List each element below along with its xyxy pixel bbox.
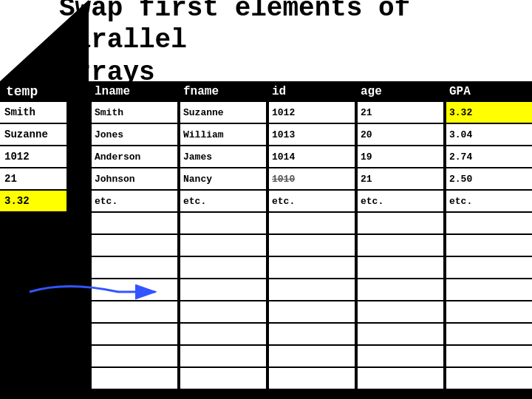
array-header-id: id (269, 81, 355, 102)
array-cell-age-11 (358, 346, 443, 366)
array-cell-age-1: 20 (358, 124, 443, 145)
array-cell-lname-4: etc. (92, 191, 177, 211)
array-cell-gpa-0: 3.32 (446, 102, 532, 123)
array-cell-fname-1: William (180, 124, 266, 145)
array-cell-gpa-6 (446, 235, 532, 256)
page-title: Swap first elements of parallel arrays (59, 0, 532, 89)
array-cell-fname-7 (180, 257, 266, 278)
array-cell-gpa-12 (446, 368, 532, 389)
array-cell-fname-8 (180, 279, 266, 300)
array-cell-fname-10 (180, 324, 266, 344)
array-cell-gpa-1: 3.04 (446, 124, 532, 145)
array-cell-fname-9 (180, 301, 266, 322)
array-col-id: id1012101310141010etc. (269, 81, 355, 399)
array-header-fname: fname (180, 81, 266, 102)
array-cell-fname-12 (180, 368, 266, 389)
array-col-lname: lnameSmithJonesAndersonJohnsonetc. (92, 81, 177, 399)
main-content: temp Smith Suzanne 1012 21 3.32 lnameSmi… (0, 81, 532, 399)
array-cell-id-2: 1014 (269, 146, 355, 167)
array-cell-id-6 (269, 235, 355, 256)
array-cell-id-12 (269, 368, 355, 389)
array-header-age: age (358, 81, 443, 102)
blue-arrow (22, 277, 170, 310)
temp-value-21: 21 (0, 168, 66, 189)
array-cell-id-10 (269, 324, 355, 344)
array-cell-id-3: 1010 (269, 168, 355, 189)
array-cell-fname-4: etc. (180, 191, 266, 211)
array-cell-age-0: 21 (358, 102, 443, 123)
array-cell-lname-6 (92, 235, 177, 256)
array-cell-lname-3: Johnson (92, 168, 177, 189)
array-col-fname: fnameSuzanneWilliamJamesNancyetc. (180, 81, 266, 399)
array-cell-age-8 (358, 279, 443, 300)
array-cell-id-5 (269, 213, 355, 233)
arrays-section: lnameSmithJonesAndersonJohnsonetc.fnameS… (89, 81, 532, 399)
array-cell-fname-11 (180, 346, 266, 366)
array-cell-age-6 (358, 235, 443, 256)
array-cell-id-8 (269, 279, 355, 300)
array-cell-gpa-10 (446, 324, 532, 344)
array-cell-lname-11 (92, 346, 177, 366)
array-cell-gpa-9 (446, 301, 532, 322)
array-cell-age-2: 19 (358, 146, 443, 167)
array-cell-gpa-11 (446, 346, 532, 366)
array-cell-gpa-7 (446, 257, 532, 278)
temp-column: temp Smith Suzanne 1012 21 3.32 (0, 81, 89, 399)
temp-value-suzanne: Suzanne (0, 124, 66, 145)
array-cell-age-12 (358, 368, 443, 389)
array-header-gpa: GPA (446, 81, 532, 102)
array-cell-age-10 (358, 324, 443, 344)
temp-value-gpa: 3.32 (0, 191, 66, 211)
array-cell-gpa-2: 2.74 (446, 146, 532, 167)
array-cell-id-7 (269, 257, 355, 278)
array-cell-id-9 (269, 301, 355, 322)
array-col-age: age21201921etc. (358, 81, 443, 399)
array-cell-age-7 (358, 257, 443, 278)
array-cell-fname-2: James (180, 146, 266, 167)
temp-value-smith: Smith (0, 102, 66, 123)
array-cell-lname-5 (92, 213, 177, 233)
array-cell-age-4: etc. (358, 191, 443, 211)
array-cell-age-3: 21 (358, 168, 443, 189)
array-cell-gpa-4: etc. (446, 191, 532, 211)
array-cell-id-0: 1012 (269, 102, 355, 123)
array-cell-lname-7 (92, 257, 177, 278)
temp-value-1012: 1012 (0, 146, 66, 167)
temp-header: temp (0, 81, 89, 102)
array-cell-id-11 (269, 346, 355, 366)
array-cell-age-5 (358, 213, 443, 233)
array-cell-fname-5 (180, 213, 266, 233)
array-cell-fname-0: Suzanne (180, 102, 266, 123)
array-cell-lname-0: Smith (92, 102, 177, 123)
array-cell-fname-3: Nancy (180, 168, 266, 189)
array-cell-gpa-8 (446, 279, 532, 300)
array-cell-gpa-3: 2.50 (446, 168, 532, 189)
array-cell-id-1: 1013 (269, 124, 355, 145)
array-cell-id-4: etc. (269, 191, 355, 211)
array-cell-fname-6 (180, 235, 266, 256)
array-cell-lname-12 (92, 368, 177, 389)
array-col-gpa: GPA3.323.042.742.50etc. (446, 81, 532, 399)
array-cell-lname-2: Anderson (92, 146, 177, 167)
array-cell-lname-10 (92, 324, 177, 344)
array-cell-age-9 (358, 301, 443, 322)
array-header-lname: lname (92, 81, 177, 102)
array-cell-gpa-5 (446, 213, 532, 233)
array-cell-lname-1: Jones (92, 124, 177, 145)
